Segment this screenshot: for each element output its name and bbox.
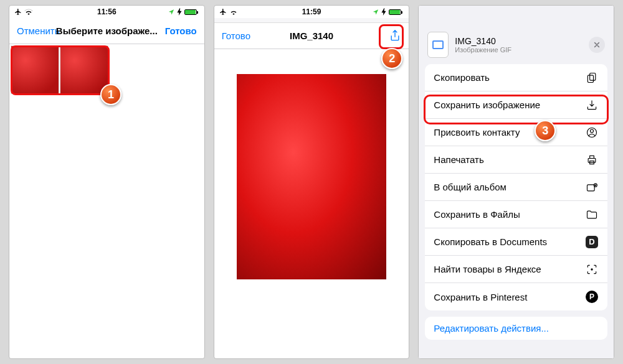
- action-label: Сохранить в Pinterest: [434, 292, 527, 302]
- pinterest-icon: P: [585, 290, 599, 304]
- action-label: Сохранить в Файлы: [434, 209, 520, 220]
- action-folder[interactable]: Сохранить в Файлы: [425, 201, 607, 228]
- panel-2-preview: 11:59 Готово IMG_3140 2: [214, 5, 410, 359]
- share-button[interactable]: [389, 30, 401, 42]
- close-button[interactable]: [589, 37, 605, 53]
- svg-rect-7: [587, 184, 595, 190]
- svg-rect-4: [588, 158, 596, 162]
- action-label: Присвоить контакту: [434, 127, 520, 138]
- action-contact[interactable]: Присвоить контакту: [425, 119, 607, 146]
- status-time: 11:59: [302, 7, 321, 16]
- action-pinterest[interactable]: Сохранить в PinterestP: [425, 283, 607, 310]
- action-label: В общий альбом: [434, 182, 506, 192]
- file-name: IMG_3140: [455, 36, 511, 46]
- documents-app-icon: D: [585, 235, 599, 249]
- done-button[interactable]: Готово: [222, 30, 250, 41]
- close-icon: [594, 42, 600, 48]
- nav-title: IMG_3140: [290, 30, 333, 41]
- actions-list: СкопироватьСохранить изображениеПрисвоит…: [425, 64, 607, 310]
- wifi-icon: [229, 9, 238, 15]
- svg-rect-1: [587, 75, 593, 82]
- location-icon: [373, 9, 379, 15]
- action-label: Напечатать: [434, 154, 483, 165]
- charging-icon: [381, 8, 386, 16]
- share-icon: [389, 30, 401, 42]
- file-type-label: Изображение GIF: [455, 46, 511, 54]
- action-copy[interactable]: Скопировать: [425, 64, 607, 91]
- wifi-icon: [24, 9, 33, 15]
- airplane-mode-icon: [219, 8, 227, 16]
- panel-1-select-image: 11:56 Отменить Выберите изображе... Гото…: [9, 5, 205, 359]
- nav-bar: Отменить Выберите изображе... Готово: [9, 18, 204, 44]
- action-label: Скопировать: [434, 72, 490, 83]
- share-sheet: IMG_3140 Изображение GIF СкопироватьСохр…: [419, 24, 614, 358]
- copy-icon: [585, 71, 599, 85]
- action-label: Скопировать в Documents: [434, 236, 547, 247]
- folder-icon: [585, 208, 599, 222]
- print-icon: [585, 153, 599, 167]
- status-time: 11:56: [97, 7, 117, 16]
- cancel-button[interactable]: Отменить: [17, 26, 60, 36]
- status-bar: 11:59: [214, 6, 409, 18]
- image-preview[interactable]: [237, 74, 386, 279]
- image-thumbnail[interactable]: [60, 45, 108, 94]
- save-image-icon: [585, 98, 599, 112]
- image-grid: 1: [9, 44, 204, 358]
- image-thumbnail[interactable]: [11, 45, 59, 94]
- airplane-mode-icon: [14, 8, 22, 16]
- action-yandex-scan[interactable]: Найти товары в Яндексе: [425, 256, 607, 283]
- svg-point-3: [591, 129, 594, 133]
- location-icon: [168, 9, 174, 15]
- action-save-image[interactable]: Сохранить изображение: [425, 91, 607, 119]
- yandex-scan-icon: [585, 263, 599, 276]
- edit-actions-button[interactable]: Редактировать действия...: [425, 317, 607, 340]
- action-label: Сохранить изображение: [434, 100, 540, 110]
- action-print[interactable]: Напечатать: [425, 146, 607, 174]
- contact-icon: [585, 126, 599, 139]
- battery-icon: [184, 9, 197, 15]
- action-label: Найти товары в Яндексе: [434, 264, 541, 274]
- step-badge-1: 1: [100, 84, 121, 105]
- done-button[interactable]: Готово: [165, 26, 197, 36]
- action-documents-app[interactable]: Скопировать в DocumentsD: [425, 228, 607, 256]
- shared-album-icon: [585, 180, 599, 194]
- action-shared-album[interactable]: В общий альбом: [425, 174, 607, 201]
- nav-bar: Готово IMG_3140: [214, 23, 409, 49]
- charging-icon: [177, 8, 182, 16]
- panel-3-share-sheet: 11:59 IMG_3140 Изображение GIF Скопирова…: [418, 5, 614, 359]
- nav-title: Выберите изображе...: [56, 26, 158, 36]
- image-preview-area: [214, 49, 409, 358]
- battery-icon: [389, 9, 401, 15]
- sheet-header: IMG_3140 Изображение GIF: [425, 30, 607, 64]
- svg-rect-5: [590, 156, 594, 158]
- status-bar: 11:56: [9, 6, 204, 18]
- svg-point-9: [591, 268, 592, 270]
- svg-rect-0: [590, 73, 596, 80]
- file-type-icon: [427, 32, 449, 58]
